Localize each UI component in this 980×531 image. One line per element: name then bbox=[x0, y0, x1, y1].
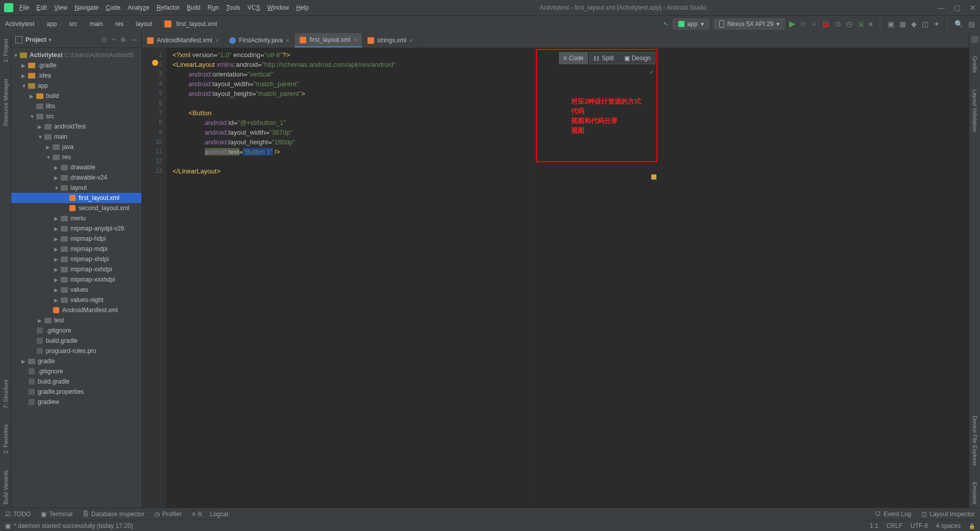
tree-row[interactable]: .gitignore bbox=[11, 366, 141, 376]
tool-window-icon[interactable]: ▣ bbox=[5, 522, 11, 529]
tree-row[interactable]: ▼res bbox=[11, 152, 141, 162]
right-tab-device-explorer[interactable]: Device File Explorer bbox=[972, 413, 978, 469]
tree-row[interactable]: ▼app bbox=[11, 81, 141, 91]
file-encoding[interactable]: UTF-8 bbox=[911, 522, 928, 529]
minimize-icon[interactable]: — bbox=[938, 4, 945, 12]
tab-first-layout[interactable]: first_layout.xml× bbox=[295, 33, 362, 47]
tree-row[interactable]: proguard-rules.pro bbox=[11, 346, 141, 356]
line-separator[interactable]: CRLF bbox=[887, 522, 902, 529]
cursor-position[interactable]: 1:1 bbox=[870, 522, 878, 529]
run-config-selector[interactable]: app ▾ bbox=[673, 18, 709, 30]
tree-row-first-layout[interactable]: first_layout.xml bbox=[11, 193, 141, 203]
menu-tools[interactable]: Tools bbox=[226, 4, 240, 11]
right-tab-gradle[interactable]: Gradle bbox=[972, 53, 978, 76]
indent-info[interactable]: 4 spaces bbox=[936, 522, 961, 529]
right-tab-emulator[interactable]: Emulator bbox=[972, 479, 978, 508]
tab-first-activity[interactable]: FirstActivity.java× bbox=[224, 33, 295, 47]
menu-help[interactable]: Help bbox=[296, 4, 309, 11]
close-icon[interactable]: × bbox=[215, 37, 218, 43]
search-icon[interactable]: 🔍 bbox=[954, 20, 963, 28]
build-icon[interactable]: ↖ bbox=[663, 19, 669, 28]
tree-row[interactable]: ▶values-night bbox=[11, 295, 141, 305]
bottom-event-log[interactable]: 🗨Event Log bbox=[875, 511, 911, 518]
tree-row[interactable]: ▼layout bbox=[11, 183, 141, 193]
tree-row[interactable]: ▼main bbox=[11, 132, 141, 142]
project-view-label[interactable]: Project bbox=[26, 36, 46, 43]
bottom-profiler[interactable]: ◷Profiler bbox=[155, 511, 182, 518]
resource-manager-icon[interactable]: ◆ bbox=[911, 20, 917, 28]
tree-row[interactable]: libs bbox=[11, 101, 141, 111]
tree-row[interactable]: second_layout.xml bbox=[11, 203, 141, 213]
tree-row-root[interactable]: ▼Activitytest C:\Users\Admin\AndroidS bbox=[11, 50, 141, 60]
close-icon[interactable]: × bbox=[409, 37, 412, 43]
tree-row[interactable]: gradlew bbox=[11, 397, 141, 407]
expand-all-icon[interactable]: ÷ bbox=[112, 36, 115, 43]
tree-row[interactable]: ▶mipmap-xxhdpi bbox=[11, 264, 141, 274]
left-tab-favorites[interactable]: 2: Favorites bbox=[3, 421, 9, 457]
profile-icon[interactable]: ◷ bbox=[846, 20, 852, 28]
tree-row[interactable]: ▶test bbox=[11, 315, 141, 325]
chevron-down-icon[interactable]: ▾ bbox=[48, 36, 52, 43]
tree-row[interactable]: AndroidManifest.xml bbox=[11, 305, 141, 315]
breadcrumb-item[interactable]: Activitytest bbox=[5, 20, 34, 28]
tree-row[interactable]: ▶drawable bbox=[11, 162, 141, 172]
tree-row[interactable]: ▶.idea bbox=[11, 70, 141, 81]
tree-row[interactable]: .gitignore bbox=[11, 325, 141, 336]
left-tab-resource-manager[interactable]: Resource Manager bbox=[3, 75, 9, 130]
left-tab-project[interactable]: 1: Project bbox=[3, 36, 9, 65]
tree-row[interactable]: ▶menu bbox=[11, 213, 141, 223]
gradle-icon[interactable] bbox=[971, 36, 978, 43]
breadcrumb-item[interactable]: main bbox=[89, 20, 103, 28]
lock-icon[interactable] bbox=[969, 522, 975, 529]
bottom-logcat[interactable]: ≡6: Logcat bbox=[192, 511, 228, 518]
layout-inspector-icon[interactable]: ◫ bbox=[922, 20, 928, 28]
tree-row[interactable]: gradle.properties bbox=[11, 387, 141, 397]
maximize-icon[interactable]: ▢ bbox=[954, 4, 961, 12]
menu-navigate[interactable]: Navigate bbox=[75, 4, 99, 11]
menu-edit[interactable]: Edit bbox=[36, 4, 47, 11]
tree-row[interactable]: ▶.gradle bbox=[11, 60, 141, 70]
editor-body[interactable]: 123 456 789 101112 13 <?xml version="1.0… bbox=[142, 48, 969, 508]
tree-row[interactable]: ▶mipmap-hdpi bbox=[11, 234, 141, 244]
tree-row[interactable]: ▶androidTest bbox=[11, 121, 141, 132]
tree-row[interactable]: ▶values bbox=[11, 285, 141, 295]
tree-row[interactable]: ▶drawable-v24 bbox=[11, 172, 141, 183]
close-icon[interactable]: × bbox=[286, 37, 289, 43]
bottom-layout-inspector[interactable]: ◫Layout Inspector bbox=[921, 511, 975, 518]
tree-row[interactable]: ▶mipmap-mdpi bbox=[11, 244, 141, 254]
select-opened-icon[interactable]: ⊙ bbox=[102, 36, 107, 43]
tab-android-manifest[interactable]: AndroidManifest.xml× bbox=[142, 33, 224, 47]
close-icon[interactable]: ✕ bbox=[970, 4, 976, 12]
right-tab-layout-validation[interactable]: Layout Validation bbox=[972, 86, 978, 135]
tree-row[interactable]: ▶java bbox=[11, 142, 141, 152]
breadcrumb-item[interactable]: app bbox=[46, 20, 57, 28]
apply-code-icon[interactable]: ≡ bbox=[812, 20, 816, 28]
tree-row[interactable]: build.gradle bbox=[11, 336, 141, 346]
menu-run[interactable]: Run bbox=[208, 4, 219, 11]
tab-strings[interactable]: strings.xml× bbox=[362, 33, 419, 47]
close-icon[interactable]: × bbox=[353, 37, 356, 43]
menu-window[interactable]: Window bbox=[267, 4, 289, 11]
menu-build[interactable]: Build bbox=[187, 4, 201, 11]
left-tab-build-variants[interactable]: Build Variants bbox=[3, 467, 9, 508]
menu-code[interactable]: Code bbox=[106, 4, 120, 11]
code-editor[interactable]: <?xml version="1.0" encoding="utf-8"?> <… bbox=[166, 48, 534, 508]
menu-vcs[interactable]: VCS bbox=[248, 4, 260, 11]
stop-icon[interactable]: ■ bbox=[869, 20, 873, 28]
intention-bulb-icon[interactable] bbox=[152, 60, 158, 66]
gear-icon[interactable]: ⚙ bbox=[120, 36, 126, 43]
hide-icon[interactable]: — bbox=[131, 36, 137, 43]
warning-marker-icon[interactable] bbox=[651, 174, 656, 180]
apply-changes-icon[interactable]: ⟳ bbox=[800, 20, 806, 28]
breadcrumb-item[interactable]: src bbox=[69, 20, 77, 28]
project-tree[interactable]: ▼Activitytest C:\Users\Admin\AndroidS ▶.… bbox=[11, 48, 141, 508]
tree-row[interactable]: build.gradle bbox=[11, 376, 141, 387]
attach-debugger-icon[interactable]: ⇲ bbox=[857, 20, 864, 28]
tree-row[interactable]: ▶mipmap-xhdpi bbox=[11, 254, 141, 264]
tree-row[interactable]: ▶mipmap-anydpi-v26 bbox=[11, 223, 141, 234]
settings-icon[interactable]: ▤ bbox=[968, 20, 975, 28]
menu-file[interactable]: File bbox=[19, 4, 29, 11]
bottom-todo[interactable]: ☑TODO bbox=[5, 511, 31, 518]
menu-refactor[interactable]: Refactor bbox=[157, 4, 180, 11]
avd-manager-icon[interactable]: ▣ bbox=[888, 20, 894, 28]
